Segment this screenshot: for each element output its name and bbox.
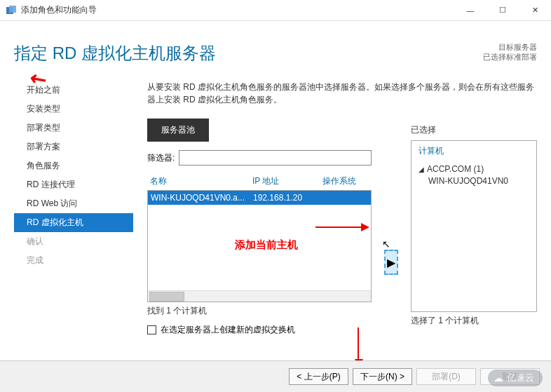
selected-title: 已选择 [411, 124, 537, 136]
page-title: 指定 RD 虚拟化主机服务器 [14, 42, 216, 65]
description-text: 从要安装 RD 虚拟化主机角色服务的服务器池中选择服务器。如果选择多个服务器，则… [147, 81, 537, 106]
wizard-sidebar: 开始之前 安装类型 部署类型 部署方案 角色服务 RD 连接代理 RD Web … [14, 81, 133, 270]
sidebar-item-deploy-type[interactable]: 部署类型 [14, 119, 133, 137]
triangle-icon: ◢ [419, 165, 424, 173]
sidebar-item-deploy-scenario[interactable]: 部署方案 [14, 137, 133, 156]
close-button[interactable]: ✕ [519, 0, 551, 21]
create-vswitch-checkbox[interactable] [147, 325, 156, 334]
sidebar-item-role-services[interactable]: 角色服务 [14, 156, 133, 175]
minimize-button[interactable]: — [454, 0, 487, 21]
sidebar-item-before-begin[interactable]: 开始之前 [14, 81, 133, 100]
next-button[interactable]: 下一步(N) > [353, 368, 412, 385]
cell-ip: 192.168.1.20 [253, 193, 323, 203]
cell-name: WIN-KUJOQD41VN0.a... [148, 193, 253, 203]
previous-button[interactable]: < 上一步(P) [289, 368, 348, 385]
cell-os [323, 193, 371, 203]
deploy-button: 部署(D) [416, 368, 476, 385]
selected-box: 计算机 ◢ACCP.COM (1) WIN-KUJOQD41VN0 [411, 140, 537, 312]
tab-server-pool[interactable]: 服务器池 [147, 119, 209, 142]
column-ip[interactable]: IP 地址 [252, 175, 322, 187]
sidebar-item-rd-connection[interactable]: RD 连接代理 [14, 175, 133, 194]
server-node[interactable]: WIN-KUJOQD41VN0 [428, 176, 529, 186]
selected-count: 选择了 1 个计算机 [411, 315, 537, 327]
add-server-button[interactable]: ▶ [384, 250, 398, 275]
sidebar-item-install-type[interactable]: 安装类型 [14, 100, 133, 119]
arrow-right-icon: ▶ [387, 256, 395, 269]
sidebar-item-rd-virtualization[interactable]: RD 虚拟化主机 [14, 213, 133, 232]
sidebar-item-complete: 完成 [14, 251, 133, 270]
create-vswitch-label: 在选定服务器上创建新的虚拟交换机 [161, 324, 295, 336]
column-name[interactable]: 名称 [147, 175, 252, 187]
svg-rect-1 [9, 6, 16, 13]
window-title: 添加角色和功能向导 [21, 4, 454, 16]
filter-label: 筛选器: [147, 152, 175, 164]
filter-input[interactable] [179, 150, 372, 165]
computer-header[interactable]: 计算机 [419, 145, 529, 157]
found-count: 找到 1 个计算机 [147, 305, 372, 317]
cancel-button: 取消 [480, 368, 540, 385]
domain-node[interactable]: ◢ACCP.COM (1) [419, 164, 529, 174]
target-value: 已选择标准部署 [483, 52, 537, 62]
target-label: 目标服务器 [483, 42, 537, 52]
server-grid: WIN-KUJOQD41VN0.a... 192.168.1.20 [147, 190, 372, 302]
table-row[interactable]: WIN-KUJOQD41VN0.a... 192.168.1.20 [148, 191, 371, 205]
column-os[interactable]: 操作系统 [322, 175, 372, 187]
sidebar-item-confirm: 确认 [14, 232, 133, 251]
app-icon [6, 5, 17, 16]
cursor-icon: ↖ [382, 238, 390, 250]
horizontal-scrollbar[interactable] [148, 290, 371, 302]
maximize-button[interactable]: ☐ [487, 0, 519, 21]
sidebar-item-rd-web[interactable]: RD Web 访问 [14, 194, 133, 213]
